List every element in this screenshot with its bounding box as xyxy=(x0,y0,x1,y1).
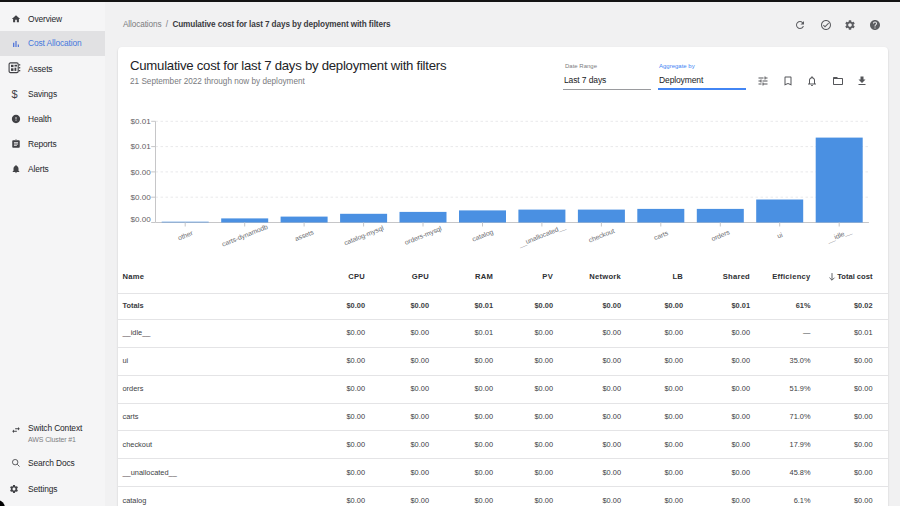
svg-text:ui: ui xyxy=(776,231,784,240)
svg-text:orders-mysql: orders-mysql xyxy=(404,224,444,246)
svg-text:__unallocated__: __unallocated__ xyxy=(517,223,567,250)
svg-text:$0.00: $0.00 xyxy=(130,168,151,177)
svg-text:$0.01: $0.01 xyxy=(130,142,151,151)
svg-text:other: other xyxy=(177,229,195,242)
svg-text:assets: assets xyxy=(294,228,315,242)
svg-text:$0.00: $0.00 xyxy=(130,193,151,202)
svg-text:orders: orders xyxy=(710,228,731,242)
svg-text:catalog: catalog xyxy=(471,228,495,244)
svg-text:$0.00: $0.00 xyxy=(130,215,151,224)
svg-text:checkout: checkout xyxy=(588,227,616,244)
svg-text:$0.01: $0.01 xyxy=(130,117,151,126)
svg-text:__idle__: __idle__ xyxy=(825,227,853,245)
svg-text:carts-dynamodb: carts-dynamodb xyxy=(221,223,269,249)
svg-text:carts: carts xyxy=(653,229,670,241)
svg-text:catalog-mysql: catalog-mysql xyxy=(343,224,385,247)
